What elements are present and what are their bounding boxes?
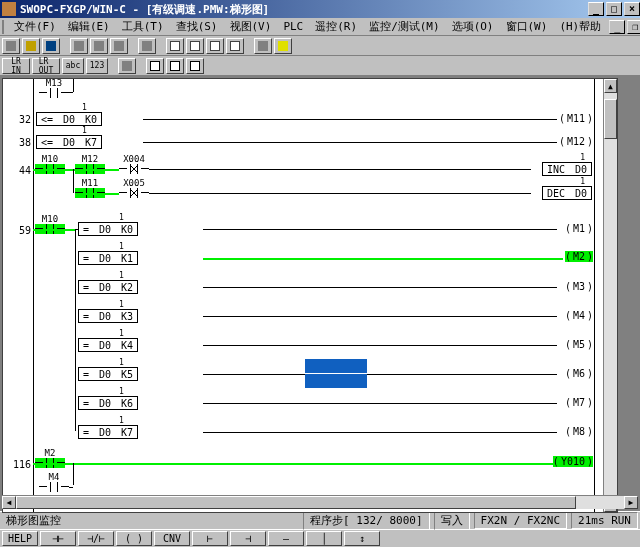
menu-plc[interactable]: PLC: [277, 19, 309, 34]
fkey-f10[interactable]: ↕: [344, 531, 380, 546]
scroll-thumb-v[interactable]: [604, 99, 617, 139]
menu-help[interactable]: (H)帮助: [553, 18, 607, 35]
fkey-f3[interactable]: ⊣/⊢: [78, 531, 114, 546]
tb-mode2[interactable]: LROUT: [32, 58, 60, 74]
coil-m8[interactable]: (M8): [565, 426, 593, 437]
cmp-eq-d0-k4[interactable]: =D0K4: [78, 338, 138, 352]
menu-tool[interactable]: 工具(T): [116, 18, 170, 35]
cmp-eq-d0-k5[interactable]: =D0K5: [78, 367, 138, 381]
tb-tile3[interactable]: [206, 38, 224, 54]
toolbar-main: [0, 36, 640, 56]
left-bus: [33, 79, 34, 512]
tb-view1[interactable]: [146, 58, 164, 74]
tb-view2[interactable]: [166, 58, 184, 74]
tb-abc[interactable]: abc: [62, 58, 84, 74]
fkey-f4[interactable]: ( ): [116, 531, 152, 546]
cmp-eq-d0-k2[interactable]: =D0K2: [78, 280, 138, 294]
tb-save[interactable]: [42, 38, 60, 54]
scrollbar-horizontal[interactable]: ◀ ▶: [2, 495, 638, 509]
tb-view3[interactable]: [186, 58, 204, 74]
tb-print[interactable]: [138, 38, 156, 54]
contact-x005[interactable]: X005: [119, 179, 149, 197]
ladder-canvas[interactable]: M13 32 <=D0K0 1 (M11) 38 <=D0K7 1 (M12) …: [3, 79, 605, 512]
cmp-eq-d0-k6[interactable]: =D0K6: [78, 396, 138, 410]
scroll-up-button[interactable]: ▲: [604, 79, 617, 93]
menu-remote[interactable]: 遥控(R): [309, 18, 363, 35]
child-minimize-button[interactable]: _: [609, 20, 625, 34]
coil-m2-on[interactable]: (M2): [565, 251, 593, 262]
mdi-icon[interactable]: [2, 20, 4, 34]
row-num: 32: [3, 114, 31, 125]
cmp-eq-d0-k1[interactable]: =D0K1: [78, 251, 138, 265]
coil-y010-on[interactable]: (Y010): [553, 456, 593, 467]
fkey-f7[interactable]: ⊣: [230, 531, 266, 546]
toolbar-ladder: LRIN LROUT abc 123: [0, 56, 640, 76]
menu-window[interactable]: 窗口(W): [500, 18, 554, 35]
menu-monitor[interactable]: 监控/测试(M): [363, 18, 446, 35]
mdi-client: M13 32 <=D0K0 1 (M11) 38 <=D0K7 1 (M12) …: [0, 76, 640, 511]
tb-cut[interactable]: [70, 38, 88, 54]
function-keys: HELP ⊣⊢ ⊣/⊢ ( ) CNV ⊢ ⊣ — │ ↕: [0, 529, 640, 547]
coil-m12[interactable]: (M12): [559, 136, 593, 147]
coil-m5[interactable]: (M5): [565, 339, 593, 350]
menu-edit[interactable]: 编辑(E): [62, 18, 116, 35]
tb-tile4[interactable]: [226, 38, 244, 54]
fkey-help[interactable]: HELP: [2, 531, 38, 546]
tb-open[interactable]: [22, 38, 40, 54]
fkey-f6[interactable]: ⊢: [192, 531, 228, 546]
status-run: 21ms RUN: [571, 512, 638, 529]
contact-m13[interactable]: M13: [39, 79, 69, 97]
row-num: 44: [3, 165, 31, 176]
func-inc-d0[interactable]: INCD0: [542, 162, 592, 176]
status-write: 写入: [434, 511, 470, 530]
scroll-right-button[interactable]: ▶: [624, 496, 638, 509]
maximize-button[interactable]: □: [606, 2, 622, 16]
cmp-eq-d0-k7-b[interactable]: =D0K7: [78, 425, 138, 439]
coil-m11[interactable]: (M11): [559, 113, 593, 124]
minimize-button[interactable]: _: [588, 2, 604, 16]
coil-m6[interactable]: (M6): [565, 368, 593, 379]
close-button[interactable]: ×: [624, 2, 640, 16]
fkey-f8[interactable]: —: [268, 531, 304, 546]
menu-view[interactable]: 视图(V): [224, 18, 278, 35]
cmp-eq-d0-k0[interactable]: =D0K0: [78, 222, 138, 236]
coil-m7[interactable]: (M7): [565, 397, 593, 408]
fkey-f9[interactable]: │: [306, 531, 342, 546]
contact-m4[interactable]: M4: [39, 473, 69, 491]
cmp-eq-d0-k3[interactable]: =D0K3: [78, 309, 138, 323]
cmp-le-d0-k0[interactable]: <=D0K0: [36, 112, 102, 126]
scroll-left-button[interactable]: ◀: [2, 496, 16, 509]
contact-x004[interactable]: X004: [119, 155, 149, 173]
status-steps: 程序步[ 132/ 8000]: [303, 511, 429, 530]
cursor-lower: [305, 374, 367, 388]
scrollbar-vertical[interactable]: ▲ ▼: [603, 79, 617, 512]
fkey-f2[interactable]: ⊣⊢: [40, 531, 76, 546]
tb-mode1[interactable]: LRIN: [2, 58, 30, 74]
tb-tile1[interactable]: [166, 38, 184, 54]
menu-find[interactable]: 查找(S): [170, 18, 224, 35]
tb-tile2[interactable]: [186, 38, 204, 54]
fkey-f5[interactable]: CNV: [154, 531, 190, 546]
app-icon: [2, 2, 16, 16]
tb-help[interactable]: [274, 38, 292, 54]
tb-new[interactable]: [2, 38, 20, 54]
status-mode: 梯形图监控: [2, 513, 61, 528]
menu-option[interactable]: 选项(O): [446, 18, 500, 35]
func-dec-d0[interactable]: DECD0: [542, 186, 592, 200]
row-num: 116: [3, 459, 31, 470]
row-num: 38: [3, 137, 31, 148]
coil-m4[interactable]: (M4): [565, 310, 593, 321]
scroll-thumb-h[interactable]: [16, 496, 576, 509]
tb-clear[interactable]: [254, 38, 272, 54]
cmp-le-d0-k7[interactable]: <=D0K7: [36, 135, 102, 149]
coil-m1[interactable]: (M1): [565, 223, 593, 234]
tb-copy[interactable]: [90, 38, 108, 54]
title-bar: SWOPC-FXGP/WIN-C - [有级调速.PMW:梯形图] _ □ ×: [0, 0, 640, 18]
child-restore-button[interactable]: ❐: [627, 20, 640, 34]
status-bar: 梯形图监控 程序步[ 132/ 8000] 写入 FX2N / FX2NC 21…: [0, 511, 640, 529]
tb-gray[interactable]: [118, 58, 136, 74]
tb-123[interactable]: 123: [86, 58, 108, 74]
tb-paste[interactable]: [110, 38, 128, 54]
coil-m3[interactable]: (M3): [565, 281, 593, 292]
menu-file[interactable]: 文件(F): [8, 18, 62, 35]
